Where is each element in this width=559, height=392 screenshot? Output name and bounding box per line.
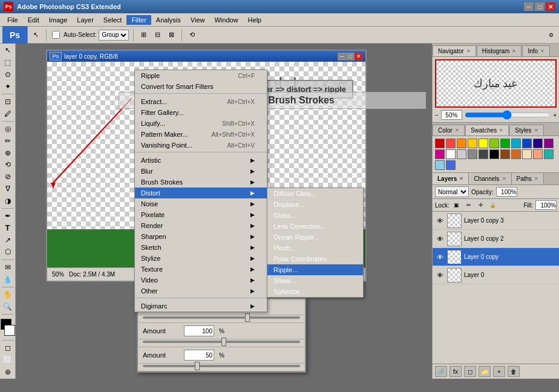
tab-histogram-close[interactable]: ✕ [512, 48, 516, 54]
lock-all-btn[interactable]: 🔒 [488, 200, 498, 210]
tool-spot[interactable]: ◎ [1, 123, 15, 135]
filter-blur[interactable]: Blur ▶ [135, 166, 267, 177]
filter-texture[interactable]: Texture ▶ [135, 264, 267, 275]
tool-text[interactable]: T [1, 223, 15, 234]
filter-sharpen[interactable]: Sharpen ▶ [135, 231, 267, 242]
swatch-indigo[interactable] [533, 139, 543, 148]
filter-sketch[interactable]: Sketch ▶ [135, 242, 267, 253]
tool-notes[interactable]: ✉ [1, 262, 15, 273]
swatch-gray[interactable] [468, 149, 477, 159]
menu-filter[interactable]: Filter [126, 15, 151, 25]
doc-maximize-btn[interactable]: □ [346, 53, 355, 60]
tool-pen[interactable]: ✒ [1, 211, 15, 222]
tab-info[interactable]: Info ✕ [522, 45, 550, 56]
ripple-thumb-1[interactable] [245, 313, 250, 322]
tool-move[interactable]: ↖ [1, 45, 15, 56]
layer-row-0[interactable]: 👁 Layer 0 [433, 266, 559, 284]
filter-artistic[interactable]: Artistic ▶ [135, 155, 267, 166]
lock-transparent-btn[interactable]: ▣ [452, 200, 462, 210]
doc-minimize-btn[interactable]: ─ [338, 53, 346, 60]
distort-spherize[interactable]: Spherize... [267, 286, 363, 297]
tool-marquee[interactable]: ⬚ [1, 57, 15, 68]
tool-wand[interactable]: ✦ [1, 80, 15, 92]
layer-row-copy[interactable]: 👁 Layer 0 copy [433, 248, 559, 266]
maximize-button[interactable]: □ [535, 2, 544, 11]
lock-position-btn[interactable]: ✛ [476, 200, 486, 210]
tab-color-close[interactable]: ✕ [455, 128, 459, 133]
nav-zoom-input[interactable] [441, 110, 462, 120]
tool-shape[interactable]: ⬡ [1, 246, 15, 258]
distort-polar[interactable]: Polar Coordinates... [267, 253, 363, 264]
tab-navigator[interactable]: Navigator ✕ [433, 45, 476, 56]
move-tool-btn[interactable]: ↖ [30, 28, 42, 42]
ripple-input-2[interactable] [184, 325, 214, 336]
menu-edit[interactable]: Edit [23, 15, 44, 25]
swatch-salmon[interactable] [533, 149, 543, 159]
ripple-track-1[interactable] [143, 316, 300, 319]
lock-image-btn[interactable]: ✏ [464, 200, 474, 210]
tab-paths-close[interactable]: ✕ [534, 176, 538, 181]
tool-brush[interactable]: ✏ [1, 136, 15, 147]
background-color[interactable] [4, 325, 15, 336]
align-btn-3[interactable]: ⊠ [166, 28, 177, 42]
tool-zoom[interactable]: 🔍 [1, 301, 15, 313]
distort-ocean[interactable]: Ocean Ripple... [267, 232, 363, 243]
swatch-wheat[interactable] [522, 149, 532, 159]
tab-color[interactable]: Color ✕ [433, 125, 465, 136]
screen-mode-btn[interactable]: ⬜ [1, 354, 15, 366]
tool-lasso[interactable]: ⊙ [1, 68, 15, 80]
tab-channels-close[interactable]: ✕ [502, 176, 506, 181]
layer-eye-copy[interactable]: 👁 [435, 252, 445, 262]
filter-brushstrokes[interactable]: Brush Strokes ▶ [135, 177, 267, 188]
tab-layers-close[interactable]: ✕ [459, 176, 463, 181]
tab-info-close[interactable]: ✕ [540, 48, 544, 54]
tool-crop[interactable]: ⊡ [1, 96, 15, 108]
tab-styles-close[interactable]: ✕ [534, 128, 538, 133]
tab-layers[interactable]: Layers ✕ [433, 173, 469, 185]
swatch-royal-blue[interactable] [446, 160, 456, 170]
add-mask-btn[interactable]: ◻ [464, 366, 476, 377]
distort-ripple[interactable]: Ripple... [267, 264, 363, 275]
swatch-teal[interactable] [544, 149, 554, 159]
tab-swatches-close[interactable]: ✕ [499, 128, 503, 133]
menu-help[interactable]: Help [243, 15, 267, 25]
swatch-light-gray[interactable] [457, 149, 466, 159]
new-group-btn[interactable]: 📁 [479, 366, 491, 377]
nav-zoom-slider[interactable] [465, 111, 551, 119]
distort-diffuse[interactable]: Diffuse Glow... [267, 188, 363, 199]
new-layer-btn[interactable]: + [493, 366, 505, 377]
tool-gradient[interactable]: ∇ [1, 183, 15, 195]
swatch-purple[interactable] [544, 139, 554, 148]
filter-gallery[interactable]: Filter Gallery... [135, 107, 267, 118]
filter-ripple[interactable]: Ripple Ctrl+F [135, 70, 267, 81]
swatch-light-red[interactable] [446, 139, 456, 148]
quick-mask-btn[interactable]: ◻ [1, 342, 15, 354]
filter-pixelate[interactable]: Pixelate ▶ [135, 209, 267, 220]
layer-eye-0[interactable]: 👁 [435, 270, 445, 280]
swatch-orange[interactable] [457, 139, 466, 148]
minimize-button[interactable]: ─ [524, 2, 534, 11]
add-style-btn[interactable]: fx [449, 366, 462, 377]
filter-vanishing[interactable]: Vanishing Point... Alt+Ctrl+V [135, 140, 267, 152]
align-btn-2[interactable]: ⊟ [152, 28, 163, 42]
filter-other[interactable]: Other ▶ [135, 286, 267, 298]
swatch-dark-gray[interactable] [479, 149, 488, 159]
filter-noise[interactable]: Noise ▶ [135, 198, 267, 209]
options-btn[interactable]: ⚙ [546, 28, 557, 42]
menu-layer[interactable]: Layer [72, 15, 99, 25]
tab-paths[interactable]: Paths ✕ [512, 173, 544, 185]
swatch-sky-blue[interactable] [435, 160, 445, 170]
filter-extract[interactable]: Extract... Alt+Ctrl+X [135, 96, 267, 107]
swatch-brown[interactable] [500, 149, 510, 159]
tool-eraser[interactable]: ⊘ [1, 171, 15, 183]
tab-histogram[interactable]: Histogram ✕ [477, 45, 522, 56]
ripple-input-3[interactable] [184, 350, 214, 361]
filter-pattern[interactable]: Pattern Maker... Alt+Shift+Ctrl+X [135, 129, 267, 140]
menu-view[interactable]: View [186, 15, 210, 25]
blend-mode-select[interactable]: Normal Multiply Screen [435, 186, 469, 197]
distort-shear[interactable]: Shear... [267, 275, 363, 286]
tool-hand[interactable]: ✋ [1, 289, 15, 301]
ripple-track-2[interactable] [143, 341, 300, 343]
tab-navigator-close[interactable]: ✕ [466, 48, 471, 54]
swatch-magenta[interactable] [435, 149, 445, 159]
